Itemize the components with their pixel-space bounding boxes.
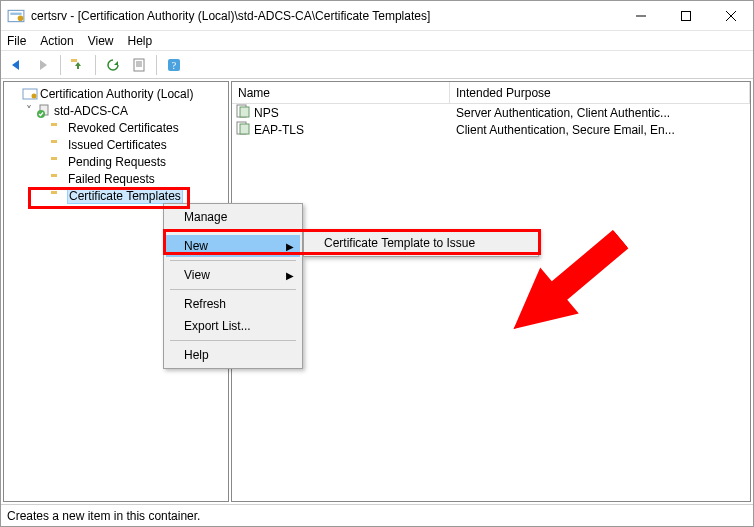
window-title: certsrv - [Certification Authority (Loca… xyxy=(31,9,618,23)
list-pane: Name Intended Purpose NPS Server Authent… xyxy=(231,81,751,502)
refresh-button[interactable] xyxy=(101,54,125,76)
tree-node-issued[interactable]: Issued Certificates xyxy=(6,136,226,153)
export-list-button[interactable] xyxy=(127,54,151,76)
tree-node-certificate-templates[interactable]: Certificate Templates xyxy=(6,187,226,204)
tree-node-label: Revoked Certificates xyxy=(68,121,179,135)
folder-icon xyxy=(50,188,66,204)
menu-action[interactable]: Action xyxy=(40,34,73,48)
context-submenu-new: Certificate Template to Issue xyxy=(303,229,539,257)
back-button[interactable] xyxy=(5,54,29,76)
tree-node-label: Certificate Templates xyxy=(68,189,182,203)
window-controls xyxy=(618,1,753,30)
tree-ca-node[interactable]: ˅ std-ADCS-CA xyxy=(6,102,226,119)
ctx-item-refresh[interactable]: Refresh xyxy=(166,293,300,315)
tree-node-revoked[interactable]: Revoked Certificates xyxy=(6,119,226,136)
help-button[interactable]: ? xyxy=(162,54,186,76)
ctx-separator xyxy=(170,340,296,341)
svg-rect-27 xyxy=(51,191,57,194)
menu-view[interactable]: View xyxy=(88,34,114,48)
tree-root-label: Certification Authority (Local) xyxy=(40,87,193,101)
svg-text:?: ? xyxy=(172,60,177,71)
ctx-item-manage[interactable]: Manage xyxy=(166,206,300,228)
up-button[interactable] xyxy=(66,54,90,76)
svg-rect-9 xyxy=(134,59,144,71)
tree-ca-label: std-ADCS-CA xyxy=(54,104,128,118)
ctx-separator xyxy=(170,231,296,232)
toolbar-separator xyxy=(156,55,157,75)
list-cell-purpose: Server Authentication, Client Authentic.… xyxy=(450,106,750,120)
cert-authority-icon xyxy=(22,86,38,102)
svg-rect-21 xyxy=(51,140,57,143)
titlebar: certsrv - [Certification Authority (Loca… xyxy=(1,1,753,31)
menubar: File Action View Help xyxy=(1,31,753,51)
ctx-item-new[interactable]: New▶ xyxy=(166,235,300,257)
close-button[interactable] xyxy=(708,1,753,30)
maximize-button[interactable] xyxy=(663,1,708,30)
minimize-button[interactable] xyxy=(618,1,663,30)
svg-rect-4 xyxy=(681,11,690,20)
folder-icon xyxy=(50,171,66,187)
forward-button[interactable] xyxy=(31,54,55,76)
folder-icon xyxy=(50,137,66,153)
ca-running-icon xyxy=(36,103,52,119)
submenu-arrow-icon: ▶ xyxy=(286,270,294,281)
ctx-item-view[interactable]: View▶ xyxy=(166,264,300,286)
svg-rect-23 xyxy=(51,157,57,160)
tree-node-failed[interactable]: Failed Requests xyxy=(6,170,226,187)
tree-root[interactable]: Certification Authority (Local) xyxy=(6,85,226,102)
tree-node-pending[interactable]: Pending Requests xyxy=(6,153,226,170)
tree-node-label: Pending Requests xyxy=(68,155,166,169)
svg-rect-1 xyxy=(10,12,21,14)
list-cell-name: EAP-TLS xyxy=(254,123,304,137)
ctx-separator xyxy=(170,289,296,290)
svg-rect-19 xyxy=(51,123,57,126)
svg-point-2 xyxy=(18,15,24,21)
cert-template-icon xyxy=(236,121,250,138)
collapse-icon[interactable]: ˅ xyxy=(22,104,36,118)
ctx-item-export-list[interactable]: Export List... xyxy=(166,315,300,337)
toolbar-separator xyxy=(60,55,61,75)
menu-file[interactable]: File xyxy=(7,34,26,48)
list-row[interactable]: EAP-TLS Client Authentication, Secure Em… xyxy=(232,121,750,138)
svg-rect-25 xyxy=(51,174,57,177)
tree-node-label: Failed Requests xyxy=(68,172,155,186)
list-cell-purpose: Client Authentication, Secure Email, En.… xyxy=(450,123,750,137)
statusbar: Creates a new item in this container. xyxy=(1,504,753,526)
menu-help[interactable]: Help xyxy=(128,34,153,48)
toolbar: ? xyxy=(1,51,753,79)
svg-rect-8 xyxy=(71,59,77,62)
list-cell-name: NPS xyxy=(254,106,279,120)
certsrv-app-icon xyxy=(7,7,25,25)
ctx-item-cert-template-to-issue[interactable]: Certificate Template to Issue xyxy=(306,232,536,254)
folder-icon xyxy=(50,154,66,170)
context-menu: Manage New▶ View▶ Refresh Export List...… xyxy=(163,203,303,369)
svg-rect-30 xyxy=(240,107,249,117)
cert-template-icon xyxy=(236,104,250,121)
list-header: Name Intended Purpose xyxy=(232,82,750,104)
toolbar-separator xyxy=(95,55,96,75)
ctx-separator xyxy=(170,260,296,261)
status-text: Creates a new item in this container. xyxy=(7,509,200,523)
list-row[interactable]: NPS Server Authentication, Client Authen… xyxy=(232,104,750,121)
ctx-item-help[interactable]: Help xyxy=(166,344,300,366)
submenu-arrow-icon: ▶ xyxy=(286,241,294,252)
column-header-name[interactable]: Name xyxy=(232,82,450,103)
svg-rect-32 xyxy=(240,124,249,134)
column-header-purpose[interactable]: Intended Purpose xyxy=(450,82,750,103)
tree-node-label: Issued Certificates xyxy=(68,138,167,152)
folder-icon xyxy=(50,120,66,136)
svg-point-16 xyxy=(32,93,37,98)
